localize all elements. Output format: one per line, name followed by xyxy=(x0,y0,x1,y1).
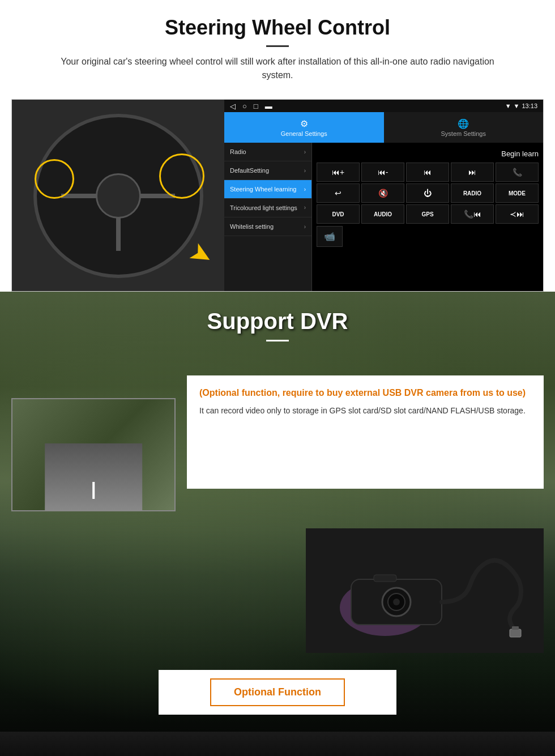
dvr-optional-text: (Optional function, require to buy exter… xyxy=(199,387,531,399)
thumbnail-road-line xyxy=(92,482,95,499)
ctrl-phone-button[interactable]: 📞 xyxy=(496,163,539,182)
optional-function-card: Optional Function xyxy=(159,670,396,715)
swc-ui-container: ➤ ◁ ○ □ ▬ ▼ ▼ 13:13 ⚙ xyxy=(11,99,544,292)
settings-tabs: ⚙ General Settings 🌐 System Settings xyxy=(224,112,543,143)
ctrl-gps-button[interactable]: GPS xyxy=(406,204,449,224)
chevron-icon: › xyxy=(304,224,306,230)
next-icon: ⏭ xyxy=(468,168,476,177)
dashboard-area xyxy=(0,732,555,756)
ctrl-mode-button[interactable]: MODE xyxy=(496,183,539,203)
ctrl-tel-prev-button[interactable]: 📞⏮ xyxy=(451,204,494,224)
menu-item-tricoloured[interactable]: Tricoloured light settings › xyxy=(224,199,311,217)
settings-content: Begin learn ⏮+ ⏮- ⏮ xyxy=(312,143,543,291)
ctrl-seek-next-button[interactable]: ≺⏭ xyxy=(496,204,539,224)
svg-rect-6 xyxy=(510,629,521,637)
gps-label: GPS xyxy=(421,211,433,217)
vol-down-icon: ⏮- xyxy=(378,168,388,177)
dvr-camera-product-image xyxy=(306,528,544,653)
chevron-icon: › xyxy=(304,168,306,174)
ctrl-mute-button[interactable]: 🔇 xyxy=(361,183,404,203)
menu-tricoloured-label: Tricoloured light settings xyxy=(230,204,297,211)
android-statusbar: ◁ ○ □ ▬ ▼ ▼ 13:13 xyxy=(224,100,543,112)
ctrl-vol-down-button[interactable]: ⏮- xyxy=(361,163,404,182)
tel-prev-icon: 📞⏮ xyxy=(464,210,481,219)
wifi-icon: ▼ xyxy=(514,102,520,109)
title-divider xyxy=(266,45,289,47)
dvr-icon-button[interactable]: 📹 xyxy=(317,226,343,247)
optional-function-button[interactable]: Optional Function xyxy=(210,678,345,706)
ctrl-vol-up-button[interactable]: ⏮+ xyxy=(317,163,360,182)
menu-steering-label: Steering Wheel learning xyxy=(230,186,296,193)
ctrl-prev-button[interactable]: ⏮ xyxy=(406,163,449,182)
dvr-camera-thumbnail xyxy=(11,398,176,511)
optional-function-area: Optional Function xyxy=(0,670,555,732)
nav-app-icon[interactable]: ▬ xyxy=(265,102,272,110)
power-icon: ⏻ xyxy=(424,189,432,198)
menu-tricoloured-row: Tricoloured light settings › xyxy=(230,204,306,211)
section1-subtitle: Your original car's steering wheel contr… xyxy=(45,55,510,82)
ctrl-audio-button[interactable]: AUDIO xyxy=(361,204,404,224)
thumbnail-road xyxy=(45,443,142,510)
wheel-spoke-left xyxy=(61,194,101,198)
dvr-title-area: Support DVR xyxy=(0,292,555,347)
dvr-icon-row: 📹 xyxy=(317,226,539,247)
ctrl-next-button[interactable]: ⏭ xyxy=(451,163,494,182)
menu-item-steering-wheel[interactable]: Steering Wheel learning › xyxy=(224,180,311,199)
wheel-center xyxy=(96,173,141,219)
begin-learn-button[interactable]: Begin learn xyxy=(501,150,539,158)
menu-item-defaultsetting[interactable]: DefaultSetting › xyxy=(224,161,311,180)
steering-wheel-image: ➤ xyxy=(12,100,224,292)
section1-title: Steering Wheel Control xyxy=(11,16,544,40)
svg-point-4 xyxy=(393,599,400,605)
vol-up-icon: ⏮+ xyxy=(332,168,344,177)
chevron-icon: › xyxy=(304,186,306,193)
menu-item-whitelist[interactable]: Whitelist setting › xyxy=(224,217,311,236)
control-buttons-grid: ⏮+ ⏮- ⏮ ⏭ 📞 xyxy=(317,163,539,224)
dvd-label: DVD xyxy=(332,211,344,217)
phone-icon: 📞 xyxy=(513,168,522,177)
hangup-icon: ↩ xyxy=(335,189,341,198)
ctrl-hangup-button[interactable]: ↩ xyxy=(317,183,360,203)
highlight-circle-left xyxy=(35,159,74,199)
menu-radio-label: Radio xyxy=(230,148,246,155)
settings-menu: Radio › DefaultSetting › Steering Wheel … xyxy=(224,143,312,291)
dvr-section-title: Support DVR xyxy=(11,309,544,334)
android-settings-panel: ◁ ○ □ ▬ ▼ ▼ 13:13 ⚙ General Settings xyxy=(224,100,543,291)
nav-back-icon[interactable]: ◁ xyxy=(230,102,236,110)
section1-title-area: Steering Wheel Control Your original car… xyxy=(0,0,555,99)
ctrl-radio-button[interactable]: RADIO xyxy=(451,183,494,203)
dvr-description-text: It can record video only to storage in G… xyxy=(199,405,531,417)
tab-general-label: General Settings xyxy=(281,130,327,137)
dvr-camera-svg xyxy=(317,534,532,647)
menu-item-radio[interactable]: Radio › xyxy=(224,143,311,161)
signal-icon: ▼ xyxy=(505,102,511,109)
nav-home-icon[interactable]: ○ xyxy=(242,102,247,110)
tab-general[interactable]: ⚙ General Settings xyxy=(224,112,384,143)
mute-icon: 🔇 xyxy=(378,189,388,198)
nav-recents-icon[interactable]: □ xyxy=(254,102,258,110)
radio-label: RADIO xyxy=(463,190,481,197)
dvr-section: Support DVR (Optional function, require … xyxy=(0,292,555,756)
menu-default-label: DefaultSetting xyxy=(230,167,269,174)
dvr-content-area: (Optional function, require to buy exter… xyxy=(0,358,555,528)
dvr-title-divider xyxy=(266,340,289,341)
menu-whitelist-label: Whitelist setting xyxy=(230,223,274,230)
audio-label: AUDIO xyxy=(374,211,392,217)
highlight-circle-right xyxy=(159,153,204,199)
tab-system[interactable]: 🌐 System Settings xyxy=(384,112,544,143)
dvr-info-card: (Optional function, require to buy exter… xyxy=(187,375,544,489)
android-nav-bar: ◁ ○ □ ▬ xyxy=(230,99,272,113)
ctrl-power-button[interactable]: ⏻ xyxy=(406,183,449,203)
seek-next-icon: ≺⏭ xyxy=(510,210,524,219)
general-settings-icon: ⚙ xyxy=(300,118,308,129)
dvr-camera-icon: 📹 xyxy=(324,231,335,242)
svg-rect-7 xyxy=(512,626,519,630)
mode-label: MODE xyxy=(509,190,526,197)
ctrl-dvd-button[interactable]: DVD xyxy=(317,204,360,224)
system-settings-icon: 🌐 xyxy=(458,118,469,129)
tab-system-label: System Settings xyxy=(441,130,486,137)
chevron-icon: › xyxy=(304,149,306,155)
svg-rect-5 xyxy=(374,575,396,582)
settings-body: Radio › DefaultSetting › Steering Wheel … xyxy=(224,143,543,291)
chevron-icon: › xyxy=(304,204,306,211)
